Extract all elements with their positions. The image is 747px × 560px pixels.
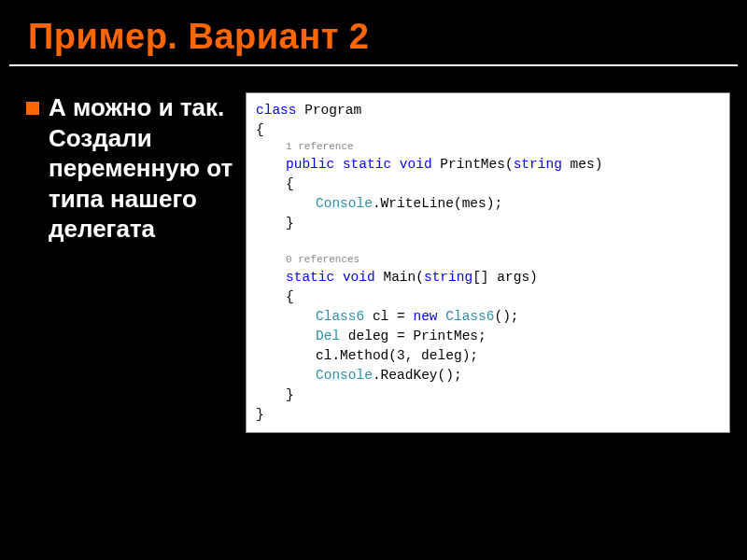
code-keyword: static: [286, 270, 334, 285]
square-bullet-icon: [26, 102, 39, 115]
code-text: Program: [297, 103, 362, 118]
codelens-reference: 1 reference: [256, 140, 724, 155]
code-text: cl =: [364, 309, 413, 324]
slide-title: Пример. Вариант 2: [0, 0, 747, 64]
code-text: }: [256, 214, 724, 233]
code-text: Main(: [375, 270, 424, 285]
code-text: }: [256, 405, 724, 425]
code-text: PrintMes(: [432, 157, 514, 172]
code-text: {: [256, 120, 724, 140]
code-type: Class6: [445, 309, 494, 324]
code-keyword: string: [514, 157, 562, 172]
slide-body: А можно и так. Создали переменную от тип…: [0, 66, 747, 433]
code-keyword: void: [343, 270, 375, 285]
code-keyword: class: [256, 103, 297, 118]
code-text: .WriteLine(mes);: [373, 196, 502, 211]
code-type: Class6: [316, 309, 364, 324]
code-text: cl.Method(3, deleg);: [256, 346, 724, 366]
code-text: deleg = PrintMes;: [340, 329, 486, 343]
code-keyword: public: [286, 157, 334, 172]
code-text: [334, 270, 343, 285]
code-keyword: string: [424, 270, 472, 285]
bullet-text: А можно и так. Создали переменную от тип…: [49, 92, 236, 245]
code-type: Console: [316, 368, 373, 383]
code-text: {: [256, 287, 724, 307]
code-snippet: class Program { 1 reference public stati…: [246, 92, 730, 433]
code-text: [391, 157, 400, 172]
bullet-list: А можно и так. Создали переменную от тип…: [26, 92, 236, 433]
code-keyword: static: [343, 157, 391, 172]
code-text: .ReadKey();: [373, 368, 462, 383]
code-text: }: [256, 385, 724, 405]
code-text: {: [256, 175, 724, 194]
code-text: ();: [494, 309, 518, 324]
codelens-reference: 0 references: [256, 253, 724, 268]
code-text: [438, 309, 446, 324]
code-text: [334, 157, 343, 172]
code-type: Del: [316, 329, 340, 343]
code-text: mes): [562, 157, 603, 172]
code-type: Console: [316, 196, 373, 211]
code-keyword: void: [400, 157, 432, 172]
list-item: А можно и так. Создали переменную от тип…: [26, 92, 236, 245]
code-text: [] args): [472, 270, 538, 285]
code-keyword: new: [413, 309, 437, 324]
